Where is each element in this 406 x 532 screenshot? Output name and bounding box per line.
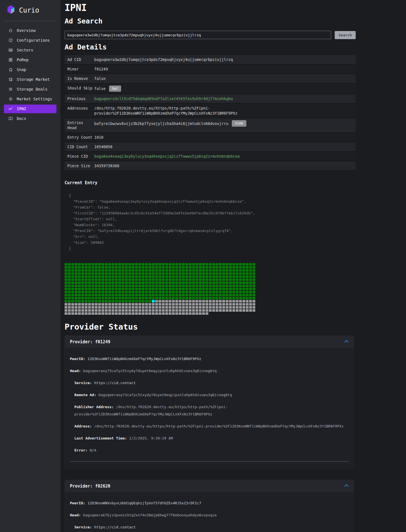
entry-cell[interactable]	[65, 294, 67, 296]
entry-cell[interactable]	[125, 285, 128, 287]
entry-cell[interactable]	[145, 266, 148, 269]
entry-cell[interactable]	[68, 309, 71, 312]
entry-cell[interactable]	[189, 269, 192, 272]
entry-cell[interactable]	[242, 266, 245, 269]
entry-cell[interactable]	[102, 266, 104, 269]
entry-cell[interactable]	[112, 306, 114, 309]
entry-cell[interactable]	[246, 263, 249, 266]
entry-cell[interactable]	[222, 297, 225, 299]
entry-cell[interactable]	[91, 300, 94, 302]
entry-cell[interactable]	[115, 288, 118, 290]
entry-cell[interactable]	[172, 278, 175, 281]
entry-cell[interactable]	[105, 297, 108, 299]
entry-cell[interactable]	[222, 300, 225, 302]
entry-cell[interactable]	[239, 297, 242, 299]
entry-cell[interactable]	[148, 263, 151, 266]
entry-cell[interactable]	[179, 278, 181, 281]
entry-cell[interactable]	[159, 272, 161, 275]
entry-cell[interactable]	[202, 300, 205, 302]
entry-cell[interactable]	[145, 294, 148, 296]
entry-cell[interactable]	[216, 297, 218, 299]
entry-cell[interactable]	[142, 303, 145, 306]
entry-cell[interactable]	[78, 288, 81, 290]
entry-cell[interactable]	[132, 275, 134, 278]
entry-cell[interactable]	[165, 282, 168, 284]
entry-cell[interactable]	[232, 306, 235, 309]
entry-cell[interactable]	[202, 297, 205, 299]
sidebar-item-configurations[interactable]: Configurations	[0, 36, 60, 45]
entry-cell[interactable]	[125, 312, 128, 315]
entry-cell[interactable]	[98, 266, 101, 269]
entry-cell[interactable]	[81, 266, 84, 269]
entry-cell[interactable]	[185, 272, 188, 275]
entry-cell[interactable]	[75, 288, 77, 290]
entry-cell[interactable]	[71, 282, 74, 284]
entry-cell[interactable]	[98, 269, 101, 272]
entry-cell[interactable]	[229, 309, 232, 312]
entry-cell[interactable]	[229, 278, 232, 281]
entry-cell[interactable]	[179, 294, 181, 296]
entry-cell[interactable]	[219, 288, 222, 290]
entry-cell[interactable]	[202, 306, 205, 309]
entry-cell[interactable]	[175, 278, 178, 281]
entry-cell[interactable]	[226, 278, 228, 281]
entry-cell[interactable]	[71, 306, 74, 309]
entry-cell[interactable]	[162, 285, 165, 287]
entry-cell[interactable]	[209, 300, 212, 302]
entry-cell[interactable]	[138, 288, 141, 290]
entry-cell[interactable]	[142, 288, 145, 290]
entry-cell[interactable]	[91, 272, 94, 275]
entry-cell[interactable]	[242, 263, 245, 266]
entry-cell[interactable]	[78, 306, 81, 309]
entry-cell[interactable]	[246, 269, 249, 272]
entry-cell[interactable]	[209, 282, 212, 284]
entry-cell[interactable]	[212, 294, 215, 296]
entry-cell[interactable]	[102, 278, 104, 281]
entry-cell[interactable]	[85, 294, 88, 296]
entry-cell[interactable]	[229, 266, 232, 269]
entry-cell[interactable]	[145, 263, 148, 266]
entry-cell[interactable]	[229, 275, 232, 278]
entry-cell[interactable]	[172, 306, 175, 309]
entry-cell[interactable]	[125, 303, 128, 306]
entry-cell[interactable]	[81, 272, 84, 275]
entry-cell[interactable]	[152, 263, 155, 266]
entry-cell[interactable]	[138, 275, 141, 278]
entry-cell[interactable]	[219, 294, 222, 296]
entry-cell[interactable]	[105, 269, 108, 272]
entry-cell[interactable]	[252, 297, 255, 299]
entry-cell[interactable]	[242, 282, 245, 284]
entry-cell[interactable]	[78, 309, 81, 312]
entry-cell[interactable]	[132, 291, 134, 293]
entry-cell[interactable]	[179, 312, 181, 315]
entry-cell[interactable]	[102, 282, 104, 284]
entry-cell[interactable]	[169, 291, 171, 293]
entry-cell[interactable]	[199, 306, 202, 309]
entry-cell[interactable]	[165, 297, 168, 299]
entry-cell[interactable]	[206, 269, 208, 272]
entry-cell[interactable]	[85, 266, 88, 269]
entry-cell[interactable]	[219, 275, 222, 278]
entry-cell[interactable]	[179, 266, 181, 269]
entry-cell[interactable]	[192, 282, 195, 284]
entry-cell[interactable]	[182, 263, 185, 266]
entry-cell[interactable]	[242, 303, 245, 306]
entry-cell[interactable]	[71, 266, 74, 269]
entry-cell[interactable]	[138, 278, 141, 281]
entry-cell[interactable]	[81, 285, 84, 287]
entry-cell[interactable]	[169, 309, 171, 312]
entry-cell[interactable]	[105, 272, 108, 275]
entry-cell[interactable]	[219, 300, 222, 302]
entry-cell[interactable]	[189, 294, 192, 296]
entry-cell[interactable]	[239, 288, 242, 290]
entry-cell[interactable]	[189, 278, 192, 281]
entry-cell[interactable]	[65, 297, 67, 299]
entry-cell[interactable]	[112, 291, 114, 293]
entry-cell[interactable]	[209, 285, 212, 287]
entry-cell[interactable]	[236, 263, 239, 266]
entry-cell[interactable]	[249, 275, 252, 278]
entry-cell[interactable]	[175, 288, 178, 290]
entry-cell[interactable]	[145, 303, 148, 306]
head-link[interactable]: baguqeeraoy73cafyc5txydy7duyet6eqyipznlu…	[83, 369, 216, 373]
entry-cell[interactable]	[85, 285, 88, 287]
